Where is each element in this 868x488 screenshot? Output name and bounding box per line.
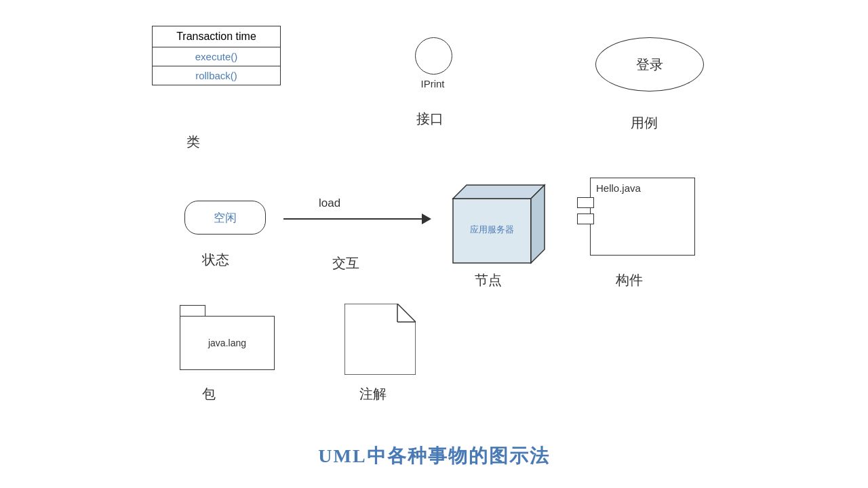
package-label: 包 bbox=[202, 385, 216, 403]
component-tab1 bbox=[577, 197, 594, 208]
usecase-label: 用例 bbox=[631, 114, 658, 132]
component-label: 构件 bbox=[616, 271, 643, 289]
package-body: java.lang bbox=[180, 316, 275, 370]
diagram-container: Transaction time execute() rollback() 类 … bbox=[0, 0, 868, 488]
package-text: java.lang bbox=[208, 338, 246, 348]
svg-text:应用服务器: 应用服务器 bbox=[470, 224, 514, 235]
interaction-label: 交互 bbox=[332, 254, 359, 272]
arrow-head-icon bbox=[422, 214, 431, 224]
interaction-arrow-label: load bbox=[319, 197, 340, 210]
usecase-ellipse: 登录 bbox=[595, 37, 704, 92]
node-label: 节点 bbox=[448, 271, 529, 289]
class-title: Transaction time bbox=[153, 26, 280, 47]
class-label: 类 bbox=[186, 133, 200, 151]
component-tab2 bbox=[577, 214, 594, 224]
class-diagram: Transaction time execute() rollback() bbox=[152, 26, 281, 85]
class-method2: rollback() bbox=[153, 66, 280, 85]
state-text: 空闲 bbox=[214, 210, 237, 226]
footer-title: UML中各种事物的图示法 bbox=[0, 443, 868, 469]
svg-marker-2 bbox=[531, 185, 545, 263]
component-diagram: Hello.java bbox=[590, 178, 695, 256]
note-diagram bbox=[344, 304, 416, 378]
class-method1: execute() bbox=[153, 47, 280, 66]
state-label: 状态 bbox=[202, 251, 229, 269]
usecase-text: 登录 bbox=[636, 56, 663, 74]
note-shape bbox=[344, 304, 416, 375]
component-box: Hello.java bbox=[590, 178, 695, 256]
state-box: 空闲 bbox=[184, 201, 266, 235]
interface-name: IPrint bbox=[412, 78, 453, 89]
interface-label: 接口 bbox=[416, 110, 443, 128]
arrow-line bbox=[283, 218, 426, 220]
interface-circle bbox=[415, 37, 452, 75]
svg-marker-1 bbox=[453, 185, 545, 199]
svg-marker-4 bbox=[344, 304, 416, 375]
note-label: 注解 bbox=[359, 385, 387, 403]
node-diagram: 应用服务器 bbox=[439, 182, 548, 273]
component-title: Hello.java bbox=[591, 178, 694, 198]
